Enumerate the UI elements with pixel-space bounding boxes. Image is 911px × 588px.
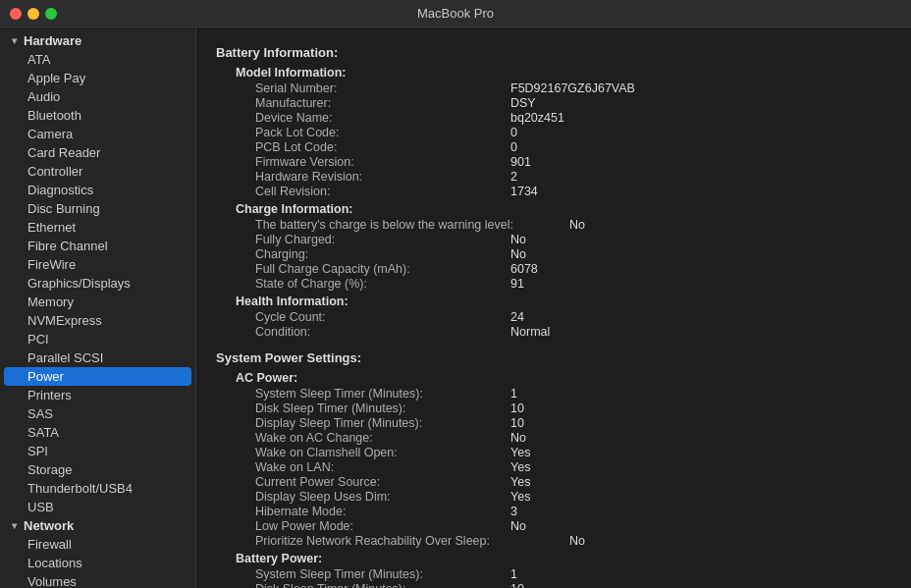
sidebar-item-thunderbolt-usb4[interactable]: Thunderbolt/USB4 <box>0 479 195 498</box>
device-name-value: bq20z451 <box>510 111 564 125</box>
sidebar-item-volumes[interactable]: Volumes <box>0 572 195 588</box>
maximize-button[interactable] <box>45 8 57 20</box>
pcb-lot-row: PCB Lot Code: 0 <box>216 140 891 154</box>
bat-system-sleep-label: System Sleep Timer (Minutes): <box>255 567 510 581</box>
fully-charged-row: Fully Charged: No <box>216 233 891 246</box>
sidebar-item-sata[interactable]: SATA <box>0 423 195 442</box>
ac-system-sleep-label: System Sleep Timer (Minutes): <box>255 387 510 401</box>
main-content: ▾ Hardware ATA Apple Pay Audio Bluetooth… <box>0 27 911 588</box>
ac-current-power-value: Yes <box>510 475 530 489</box>
ac-wake-on-ac-label: Wake on AC Change: <box>255 431 510 445</box>
ac-display-sleep-value: 10 <box>510 416 524 430</box>
sidebar-item-storage[interactable]: Storage <box>0 460 195 479</box>
ac-system-sleep-value: 1 <box>510 387 517 401</box>
cycle-count-value: 24 <box>510 310 524 324</box>
device-name-row: Device Name: bq20z451 <box>216 111 891 125</box>
charging-row: Charging: No <box>216 247 891 261</box>
ac-low-power-value: No <box>510 519 526 533</box>
sidebar-item-printers[interactable]: Printers <box>0 386 195 404</box>
sidebar-item-memory[interactable]: Memory <box>0 293 195 311</box>
sidebar-item-usb[interactable]: USB <box>0 498 195 516</box>
sidebar-item-sas[interactable]: SAS <box>0 404 195 423</box>
ac-power-header: AC Power: <box>216 371 891 385</box>
sidebar-item-pci[interactable]: PCI <box>0 330 195 348</box>
ac-display-sleep-row: Display Sleep Timer (Minutes): 10 <box>216 416 891 430</box>
ac-wake-lan-row: Wake on LAN: Yes <box>216 460 891 474</box>
ac-hibernate-value: 3 <box>510 505 517 518</box>
sidebar-item-audio[interactable]: Audio <box>0 87 195 106</box>
pack-lot-row: Pack Lot Code: 0 <box>216 126 891 139</box>
device-name-label: Device Name: <box>255 111 510 125</box>
detail-pane: Battery Information: Model Information: … <box>196 27 911 588</box>
pcb-lot-label: PCB Lot Code: <box>255 140 510 154</box>
ac-wake-on-ac-value: No <box>510 431 526 445</box>
fully-charged-value: No <box>510 233 526 246</box>
sidebar-item-ethernet[interactable]: Ethernet <box>0 218 195 237</box>
bat-disk-sleep-value: 10 <box>510 582 524 588</box>
sidebar-item-bluetooth[interactable]: Bluetooth <box>0 106 195 125</box>
sidebar-item-ata[interactable]: ATA <box>0 50 195 69</box>
sidebar-group-hardware[interactable]: ▾ Hardware <box>0 31 195 50</box>
title-bar: MacBook Pro <box>0 0 911 27</box>
ac-hibernate-row: Hibernate Mode: 3 <box>216 505 891 518</box>
manufacturer-value: DSY <box>510 96 536 110</box>
system-power-header: System Power Settings: <box>216 350 891 365</box>
sidebar-item-diagnostics[interactable]: Diagnostics <box>0 181 195 199</box>
ac-disk-sleep-label: Disk Sleep Timer (Minutes): <box>255 401 510 415</box>
cycle-count-row: Cycle Count: 24 <box>216 310 891 324</box>
sidebar-item-nvmexpress[interactable]: NVMExpress <box>0 311 195 330</box>
pcb-lot-value: 0 <box>510 140 517 154</box>
sidebar-item-firewall[interactable]: Firewall <box>0 535 195 554</box>
ac-wake-on-ac-row: Wake on AC Change: No <box>216 431 891 445</box>
ac-wake-lan-value: Yes <box>510 460 530 474</box>
battery-info-header: Battery Information: <box>216 45 891 60</box>
chevron-hardware-icon: ▾ <box>8 35 20 47</box>
charge-info-header: Charge Information: <box>216 202 891 216</box>
full-charge-label: Full Charge Capacity (mAh): <box>255 262 510 276</box>
sidebar-item-graphics-displays[interactable]: Graphics/Displays <box>0 274 195 293</box>
ac-low-power-label: Low Power Mode: <box>255 519 510 533</box>
ac-display-sleep-label: Display Sleep Timer (Minutes): <box>255 416 510 430</box>
bat-system-sleep-row: System Sleep Timer (Minutes): 1 <box>216 567 891 581</box>
ac-network-reachability-value: No <box>569 534 585 548</box>
serial-number-label: Serial Number: <box>255 81 510 95</box>
condition-value: Normal <box>510 325 550 339</box>
sidebar-group-network-label: Network <box>24 518 74 533</box>
ac-current-power-label: Current Power Source: <box>255 475 510 489</box>
ac-display-dim-row: Display Sleep Uses Dim: Yes <box>216 490 891 504</box>
sidebar-item-disc-burning[interactable]: Disc Burning <box>0 199 195 218</box>
sidebar-item-camera[interactable]: Camera <box>0 125 195 143</box>
manufacturer-row: Manufacturer: DSY <box>216 96 891 110</box>
sidebar-item-apple-pay[interactable]: Apple Pay <box>0 69 195 87</box>
sidebar-item-controller[interactable]: Controller <box>0 162 195 181</box>
sidebar-item-spi[interactable]: SPI <box>0 442 195 460</box>
bat-disk-sleep-label: Disk Sleep Timer (Minutes): <box>255 582 510 588</box>
battery-power-header: Battery Power: <box>216 552 891 565</box>
condition-label: Condition: <box>255 325 510 339</box>
sidebar-item-power[interactable]: Power <box>4 367 191 386</box>
sidebar-item-fibre-channel[interactable]: Fibre Channel <box>0 237 195 255</box>
pack-lot-value: 0 <box>510 126 517 139</box>
minimize-button[interactable] <box>27 8 39 20</box>
pack-lot-label: Pack Lot Code: <box>255 126 510 139</box>
serial-number-value: F5D92167GZ6J67VAB <box>510 81 635 95</box>
traffic-lights <box>10 8 57 20</box>
hardware-rev-label: Hardware Revision: <box>255 170 510 184</box>
health-info-header: Health Information: <box>216 294 891 308</box>
sidebar-item-firewire[interactable]: FireWire <box>0 255 195 274</box>
state-of-charge-label: State of Charge (%): <box>255 277 510 291</box>
close-button[interactable] <box>10 8 22 20</box>
sidebar: ▾ Hardware ATA Apple Pay Audio Bluetooth… <box>0 27 196 588</box>
ac-display-dim-value: Yes <box>510 490 530 504</box>
sidebar-item-locations[interactable]: Locations <box>0 554 195 572</box>
fully-charged-label: Fully Charged: <box>255 233 510 246</box>
below-warning-value: No <box>569 218 585 232</box>
sidebar-item-card-reader[interactable]: Card Reader <box>0 143 195 162</box>
sidebar-group-network[interactable]: ▾ Network <box>0 516 195 535</box>
manufacturer-label: Manufacturer: <box>255 96 510 110</box>
below-warning-label: The battery's charge is below the warnin… <box>255 218 569 232</box>
firmware-value: 901 <box>510 155 531 169</box>
sidebar-item-parallel-scsi[interactable]: Parallel SCSI <box>0 348 195 367</box>
firmware-label: Firmware Version: <box>255 155 510 169</box>
firmware-row: Firmware Version: 901 <box>216 155 891 169</box>
